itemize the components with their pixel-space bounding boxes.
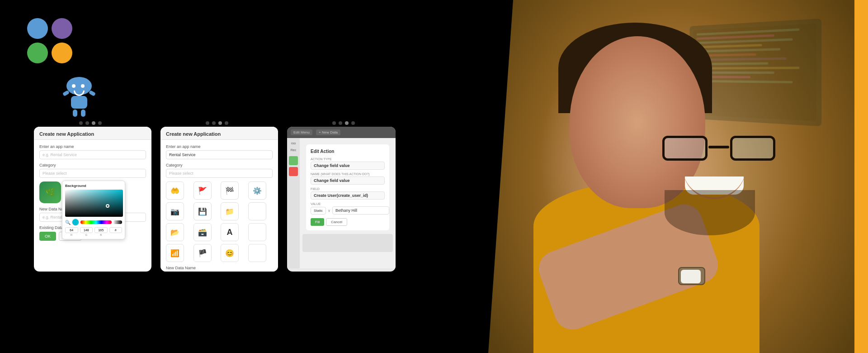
action-type-value[interactable]: Change field value (311, 162, 385, 170)
head (570, 36, 705, 208)
background-label: Background (65, 184, 122, 188)
rgb-g-label: G (85, 234, 87, 236)
mascot-leg-left (73, 110, 77, 117)
edit-action-panel: Edit Action Action type Change field val… (306, 144, 389, 230)
card1-appname-label: Enter an app name (39, 144, 146, 149)
card2-appname-input[interactable]: Rental Service (166, 150, 273, 159)
card2-category-select[interactable]: Please select (166, 169, 273, 178)
card1-category-label: Category (39, 163, 146, 167)
edit-action-title: Edit Action (311, 149, 385, 154)
sidebar-item-rec[interactable]: Rec (290, 148, 297, 153)
value-group: Value Static ∨ (311, 202, 385, 215)
icon-cell-empty2[interactable] (248, 223, 266, 241)
card2-appname-label: Enter an app name (166, 144, 273, 149)
logo-area (27, 18, 90, 109)
mascot-smile (74, 91, 85, 96)
icon-cell-folder2[interactable]: 📂 (166, 223, 184, 241)
card1-header: Create new Application (34, 127, 151, 140)
action-type-group: Action type Change field value (311, 157, 385, 170)
rgb-g-value[interactable]: 148 (80, 227, 93, 233)
icon-cell-smiley[interactable]: 😊 (221, 244, 239, 262)
icon-cell-empty3[interactable] (248, 244, 266, 262)
opacity-bar[interactable] (113, 220, 122, 224)
card1-category-select[interactable]: Please select (39, 169, 146, 178)
ea-btn-row: Fill Cancel (311, 218, 385, 226)
nav-dot[interactable] (332, 121, 336, 125)
icon-cell-camera[interactable]: 📷 (166, 202, 184, 220)
nav-dot[interactable] (351, 121, 355, 125)
mascot (61, 77, 97, 118)
field-label: FIELD (311, 187, 385, 191)
sidebar-item-roo[interactable]: roo (290, 141, 297, 146)
rgb-b-field: 165 B (94, 227, 108, 236)
nav-dot[interactable] (98, 121, 102, 125)
field-value[interactable]: Create User(create_user_id) (311, 191, 385, 200)
photo-section (488, 0, 854, 353)
icon-cell-folder[interactable]: 📁 (221, 202, 239, 220)
icon-cell-hands[interactable]: 🤲 (166, 181, 184, 200)
card2-title: Create new Application (166, 131, 221, 137)
mascot-legs (61, 110, 97, 117)
eyedropper-icon[interactable]: 🔍 (65, 220, 71, 225)
card2-newdata-label: New Data Name (166, 266, 273, 270)
glasses-left (662, 136, 708, 161)
card1-body: Enter an app name e.g. Rental Service Ca… (34, 140, 151, 245)
card-create-app-colorpicker: Create new Application Enter an app name… (34, 127, 151, 272)
topbar-editmenu[interactable]: Edit Menu (291, 129, 312, 135)
mascot-face (70, 81, 88, 91)
nav-dot[interactable] (85, 121, 89, 125)
rgb-hash: # (109, 227, 123, 233)
mascot-arm-left (62, 90, 70, 96)
rgb-values: 64 R 148 G 165 B # (65, 227, 122, 236)
name-value[interactable]: Change field value (311, 176, 385, 185)
logo-circle-blue (27, 18, 48, 39)
card1-appname-input[interactable]: e.g. Rental Service (39, 150, 146, 159)
value-row: Static ∨ (311, 206, 385, 215)
value-input[interactable] (332, 206, 389, 215)
icon-cell-flag2[interactable]: 🏁 (221, 181, 239, 200)
card1-title: Create new Application (39, 131, 94, 137)
nav-dot[interactable] (225, 121, 228, 125)
icon-cell-empty1[interactable] (248, 202, 266, 220)
rainbow-bar[interactable] (80, 220, 112, 224)
icon-cell-flag3[interactable]: 🏴 (193, 244, 212, 262)
rgb-b-value[interactable]: 165 (94, 227, 108, 233)
logo-circle-orange (52, 43, 72, 63)
rgb-r-field: 64 R (65, 227, 78, 236)
logo-circle-green (27, 43, 48, 63)
nav-dot[interactable] (339, 121, 342, 125)
nav-dot-active[interactable] (345, 121, 349, 125)
nav-dot[interactable] (206, 121, 209, 125)
icon-cell-save[interactable]: 💾 (193, 202, 212, 220)
field-group: FIELD Create User(create_user_id) (311, 187, 385, 200)
glasses-bridge (708, 146, 729, 148)
mascot-arm-right (89, 90, 96, 96)
watch-face (681, 270, 701, 283)
card1-ok-button[interactable]: OK (39, 232, 56, 241)
ea-cancel-button[interactable]: Cancel (326, 218, 347, 226)
icon-cell-text[interactable]: A (221, 223, 239, 241)
rgb-r-value[interactable]: 64 (65, 227, 78, 233)
color-controls-row: 🔍 (65, 219, 122, 226)
card2-header: Create new Application (160, 127, 278, 140)
sidebar-item-dot2[interactable] (289, 167, 298, 176)
nav-dot[interactable] (212, 121, 216, 125)
color-swatch[interactable] (72, 219, 79, 226)
nav-dot-active[interactable] (92, 121, 95, 125)
logo-circles (27, 18, 77, 63)
icon-cell-settings[interactable]: ⚙️ (248, 181, 266, 200)
color-picker-dot[interactable] (106, 204, 109, 208)
nav-dot[interactable] (79, 121, 83, 125)
fill-button[interactable]: Fill (311, 218, 324, 226)
topbar-newdata[interactable]: + New Data (316, 129, 340, 135)
color-gradient-box[interactable] (65, 190, 123, 217)
icon-cell-signal[interactable]: 📶 (166, 244, 184, 262)
rgb-r-label: R (71, 234, 72, 236)
static-badge[interactable]: Static (311, 207, 326, 215)
orange-accent-strip (854, 0, 868, 353)
glasses (658, 136, 780, 167)
icon-cell-archive[interactable]: 🗃️ (193, 223, 212, 241)
sidebar-item-dot[interactable] (289, 156, 298, 165)
icon-cell-flag1[interactable]: 🚩 (193, 181, 212, 200)
nav-dot-active[interactable] (218, 121, 222, 125)
